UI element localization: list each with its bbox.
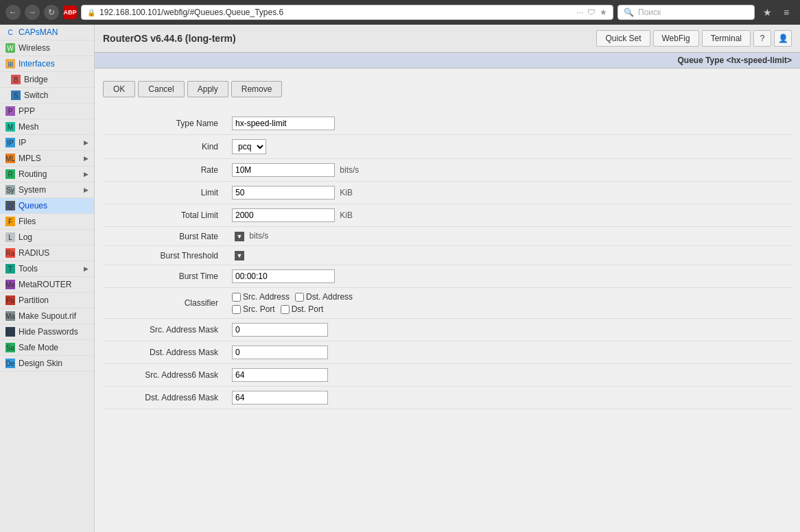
sidebar-item-tools[interactable]: T Tools ▶	[0, 261, 94, 277]
url-text: 192.168.100.101/webfig/#Queues.Queue_Typ…	[99, 8, 572, 17]
form-area: OK Cancel Apply Remove Type Name	[95, 69, 800, 532]
dst-port-checkbox[interactable]	[281, 305, 290, 314]
src-port-checkbox-text: Src. Port	[243, 304, 275, 314]
src-address6-mask-row: Src. Address6 Mask	[103, 364, 792, 387]
back-button[interactable]: ←	[5, 5, 21, 20]
burst-threshold-cell: ▼	[226, 246, 792, 265]
src-address6-mask-label: Src. Address6 Mask	[103, 364, 226, 387]
src-address-mask-label: Src. Address Mask	[103, 319, 226, 341]
refresh-button[interactable]: ↻	[44, 5, 59, 20]
app-header: RouterOS v6.44.6 (long-term) Quick Set W…	[95, 25, 800, 53]
src-address-checkbox-label[interactable]: Src. Address	[232, 292, 290, 302]
browser-chrome: ← → ↻ ABP 🔒 192.168.100.101/webfig/#Queu…	[0, 0, 800, 25]
sidebar-label-safe: Safe Mode	[19, 343, 58, 352]
sidebar-item-queues[interactable]: Q Queues	[0, 198, 94, 214]
dst-address-mask-label: Dst. Address Mask	[103, 341, 226, 364]
log-icon: L	[5, 232, 15, 242]
total-limit-input[interactable]	[232, 208, 335, 222]
sidebar-item-metarouter[interactable]: Me MetaROUTER	[0, 277, 94, 293]
dst-address6-mask-input[interactable]	[232, 391, 328, 404]
sidebar-item-hide[interactable]: Hi Hide Passwords	[0, 324, 94, 340]
burst-time-input[interactable]	[232, 269, 335, 283]
sidebar-label-queues: Queues	[19, 201, 47, 210]
sidebar-item-capsMan[interactable]: C CAPsMAN	[0, 25, 94, 40]
sidebar-label-metarouter: MetaROUTER	[19, 280, 71, 289]
dst-address-checkbox-label[interactable]: Dst. Address	[295, 292, 353, 302]
burst-time-row: Burst Time	[103, 265, 792, 288]
design-icon: De	[5, 359, 15, 368]
total-limit-cell: KiB	[226, 204, 792, 227]
burst-threshold-row: Burst Threshold ▼	[103, 246, 792, 265]
help-button[interactable]: ?	[753, 30, 771, 47]
sidebar-item-mesh[interactable]: M Mesh	[0, 119, 94, 135]
limit-cell: KiB	[226, 182, 792, 204]
sidebar-item-routing[interactable]: R Routing ▶	[0, 167, 94, 182]
search-icon: 🔍	[624, 8, 634, 17]
burst-rate-expand[interactable]: ▼	[235, 232, 244, 241]
mesh-icon: M	[5, 122, 15, 132]
sidebar-item-design[interactable]: De Design Skin	[0, 356, 94, 372]
dst-address-mask-cell	[226, 341, 792, 364]
rate-input[interactable]	[232, 163, 335, 177]
sidebar-item-ip[interactable]: IP IP ▶	[0, 135, 94, 151]
sidebar-item-wireless[interactable]: W Wireless	[0, 40, 94, 56]
src-port-checkbox[interactable]	[232, 305, 241, 314]
sidebar-item-system[interactable]: Sy System ▶	[0, 182, 94, 198]
src-port-checkbox-label[interactable]: Src. Port	[232, 304, 275, 314]
burst-threshold-expand[interactable]: ▼	[235, 251, 244, 261]
user-button[interactable]: 👤	[774, 30, 792, 47]
dst-address-mask-input[interactable]	[232, 346, 328, 359]
classifier-checkboxes-2: Src. Port Dst. Port	[232, 304, 786, 314]
rate-label: Rate	[103, 159, 226, 182]
terminal-button[interactable]: Terminal	[702, 30, 751, 47]
safe-icon: Sa	[5, 343, 15, 352]
dst-address-checkbox[interactable]	[295, 293, 304, 302]
sidebar-item-safe[interactable]: Sa Safe Mode	[0, 340, 94, 356]
burst-rate-unit: bits/s	[249, 231, 268, 241]
forward-button[interactable]: →	[25, 5, 40, 20]
extensions-button[interactable]: ★	[759, 4, 775, 21]
dst-port-checkbox-text: Dst. Port	[292, 304, 324, 314]
src-address-mask-row: Src. Address Mask	[103, 319, 792, 341]
dst-address-mask-row: Dst. Address Mask	[103, 341, 792, 364]
src-address-checkbox[interactable]	[232, 293, 241, 302]
sidebar-label-hide: Hide Passwords	[19, 327, 78, 337]
make-icon: Ma	[5, 311, 15, 321]
dst-port-checkbox-label[interactable]: Dst. Port	[281, 304, 324, 314]
wireless-icon: W	[5, 43, 15, 53]
search-bar[interactable]: 🔍 Поиск	[617, 5, 755, 20]
limit-input[interactable]	[232, 186, 335, 200]
src-address6-mask-input[interactable]	[232, 368, 328, 382]
limit-row: Limit KiB	[103, 182, 792, 204]
menu-button[interactable]: ≡	[778, 4, 795, 21]
header-buttons: Quick Set WebFig Terminal ? 👤	[596, 30, 792, 47]
sidebar-item-switch[interactable]: S Switch	[0, 88, 94, 104]
browser-actions: ★ ≡	[759, 4, 795, 21]
webfig-button[interactable]: WebFig	[653, 30, 699, 47]
sidebar-item-radius[interactable]: Ra RADIUS	[0, 245, 94, 261]
burst-time-cell	[226, 265, 792, 288]
ok-button[interactable]: OK	[103, 81, 135, 97]
quick-set-button[interactable]: Quick Set	[596, 30, 650, 47]
src-address-mask-input[interactable]	[232, 323, 328, 337]
type-name-label: Type Name	[103, 112, 226, 135]
switch-icon: S	[11, 90, 21, 100]
sidebar-label-mpls: MPLS	[19, 154, 41, 163]
sidebar-item-files[interactable]: F Files	[0, 214, 94, 230]
sidebar-item-mpls[interactable]: ML MPLS ▶	[0, 151, 94, 167]
rate-cell: bits/s	[226, 159, 792, 182]
sidebar-item-log[interactable]: L Log	[0, 230, 94, 245]
dst-address6-mask-label: Dst. Address6 Mask	[103, 387, 226, 409]
sidebar-item-bridge[interactable]: B Bridge	[0, 72, 94, 88]
cancel-button[interactable]: Cancel	[138, 81, 184, 97]
kind-select[interactable]: pcq	[232, 139, 266, 154]
main-content: RouterOS v6.44.6 (long-term) Quick Set W…	[95, 25, 800, 532]
capsMan-icon: C	[5, 27, 15, 37]
apply-button[interactable]: Apply	[187, 81, 228, 97]
remove-button[interactable]: Remove	[231, 81, 283, 97]
sidebar-item-make[interactable]: Ma Make Supout.rif	[0, 309, 94, 324]
sidebar-item-ppp[interactable]: P PPP	[0, 104, 94, 119]
sidebar-item-partition[interactable]: Pa Partition	[0, 293, 94, 309]
type-name-input[interactable]	[232, 117, 335, 130]
sidebar-item-interfaces[interactable]: ⊞ Interfaces	[0, 56, 94, 72]
